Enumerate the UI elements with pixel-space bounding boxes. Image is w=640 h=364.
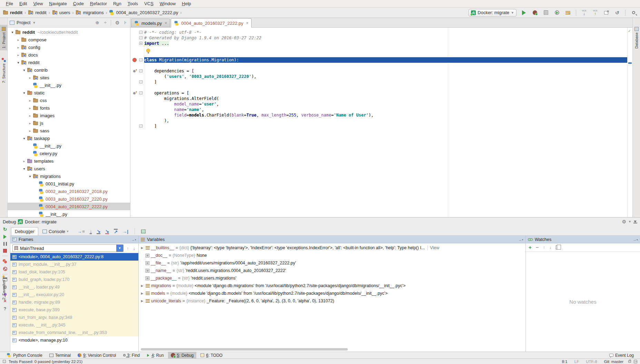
view-link[interactable]: View (427, 245, 439, 250)
chevron-collapsed-icon[interactable]: ▸ (16, 38, 21, 42)
fold-collapse-icon[interactable]: - (139, 36, 142, 39)
fold-collapse-icon[interactable]: - (139, 69, 142, 72)
tool-window-button-find[interactable]: 3: Find (120, 352, 143, 359)
tree-item-0003-auto-20160327-2220-py[interactable]: 0003_auto_20160327_2220.py (8, 195, 130, 203)
previous-frame-button[interactable]: ↑ (126, 246, 130, 251)
tree-item-reddit[interactable]: ▾reddit~/cookiecutter/reddit (8, 28, 130, 36)
code-line[interactable]: -class Migration(migrations.Migration): (130, 57, 632, 63)
frame-row[interactable]: load_disk, loader.py:105 (10, 268, 138, 276)
intention-bulb-icon[interactable] (146, 49, 150, 52)
tool-window-button-version-control[interactable]: 9: Version Control (75, 352, 119, 359)
tree-item-0004-auto-20160327-2222-py[interactable]: 0004_auto_20160327_2222.py (8, 203, 130, 210)
resume-button[interactable] (3, 235, 7, 239)
variable-row[interactable]: ▶models = {module}<module 'django.db.mod… (139, 290, 525, 297)
thread-select-arrow[interactable]: ▼ (116, 244, 123, 252)
step-into-button[interactable]: ↘ (97, 229, 100, 234)
breadcrumb-item[interactable]: reddit (28, 10, 47, 15)
hector-icon[interactable] (634, 360, 637, 363)
fold-collapse-icon[interactable]: - (139, 58, 142, 61)
tree-item-sites[interactable]: ▸sites (8, 74, 130, 81)
chevron-collapsed-icon[interactable]: ▸ (27, 114, 33, 118)
code-line[interactable]: -# -*- coding: utf-8 -*- (130, 30, 632, 35)
code-line[interactable]: field=models.CharField(blank=True, max_l… (130, 112, 632, 118)
tool-tab-structure[interactable]: 7: Structure (0, 56, 8, 85)
encoding-widget[interactable]: UTF-8 (584, 360, 599, 364)
coverage-button[interactable] (542, 9, 550, 17)
fold-collapse-icon[interactable]: - (139, 31, 142, 34)
override-marker-icon[interactable] (133, 69, 137, 73)
tree-item-docs[interactable]: ▸docs (8, 51, 130, 59)
frame-row[interactable]: __init__, executor.py:20 (10, 291, 138, 299)
breadcrumb-item[interactable]: 0004_auto_20160327_2222.py (109, 10, 178, 15)
fold-collapse-icon[interactable]: - (139, 124, 142, 128)
frame-row[interactable]: <module>, manage.py:10 (10, 336, 138, 344)
run-to-cursor-button[interactable]: →| (122, 229, 128, 234)
frame-row[interactable]: run_from_argv, base.py:348 (10, 314, 138, 321)
tree-item-js[interactable]: ▸js (8, 119, 130, 127)
caret-position-widget[interactable]: 8:1 (560, 360, 570, 364)
menu-item-file[interactable]: File (3, 1, 16, 6)
debug-button[interactable] (531, 9, 539, 17)
chevron-collapsed-icon[interactable]: ▸ (16, 46, 21, 49)
chevron-collapsed-icon[interactable]: ▸ (27, 76, 33, 80)
move-watch-up-button[interactable]: ↑ (543, 245, 545, 250)
chevron-collapsed-icon[interactable]: ▶ (140, 299, 144, 303)
fold-collapse-icon[interactable]: - (139, 91, 142, 94)
hide-variables-icon[interactable]: →▪ (518, 237, 523, 242)
tree-item-0001-initial-py[interactable]: 0001_initial.py (8, 180, 130, 188)
tree-item-images[interactable]: ▸images (8, 112, 130, 119)
menu-item-code[interactable]: Code (70, 1, 87, 6)
line-separator-widget[interactable]: LF (572, 360, 581, 364)
add-watch-button[interactable]: + (529, 244, 532, 250)
hide-watches-icon[interactable]: →▪ (633, 237, 638, 242)
chevron-expanded-icon[interactable]: ▾ (21, 136, 27, 140)
debug-tab-debugger[interactable]: Debugger (11, 227, 38, 235)
view-breakpoints-button[interactable] (3, 259, 7, 264)
chevron-expanded-icon[interactable]: ▾ (10, 30, 15, 34)
profile-button[interactable] (553, 9, 561, 17)
code-line[interactable]: - operations = [ (130, 90, 632, 96)
chevron-expanded-icon[interactable]: ▾ (21, 68, 27, 72)
revert-button[interactable]: ↻ (613, 9, 621, 17)
run-button[interactable] (520, 9, 528, 17)
debug-tab-console[interactable]: Console▾ (39, 227, 72, 235)
tree-item-sass[interactable]: ▸sass (8, 127, 130, 134)
mute-breakpoints-button[interactable] (3, 267, 7, 271)
chevron-expanded-icon[interactable]: ▾ (16, 61, 21, 64)
menu-item-tools[interactable]: Tools (125, 1, 141, 6)
code-line[interactable]: ('users', '0003_auto_20160327_2220'), (130, 74, 632, 79)
frame-row[interactable]: execute_from_command_line, __init__.py:3… (10, 329, 138, 336)
frame-row[interactable]: handle, migrate.py:89 (10, 299, 138, 306)
code-line[interactable]: model_name='user', (130, 101, 632, 107)
horizontal-scrollbar[interactable] (141, 348, 348, 351)
frame-row[interactable]: import_module, __init__.py:37 (10, 261, 138, 268)
rerun-button[interactable]: ↻ (3, 227, 7, 232)
breadcrumb-item[interactable]: users (52, 10, 70, 15)
tree-item-static[interactable]: ▾static (8, 89, 130, 97)
breadcrumb-item[interactable]: reddit (3, 10, 22, 15)
code-line[interactable] (130, 85, 632, 90)
tool-window-button-run[interactable]: 4: Run (144, 352, 166, 359)
vcs-commit-button[interactable]: VCS↑ (591, 9, 599, 17)
show-execution-point-button[interactable]: → (77, 229, 85, 234)
tree-item-css[interactable]: ▸css (8, 97, 130, 104)
chevron-collapsed-icon[interactable]: ▸ (21, 159, 27, 163)
chevron-collapsed-icon[interactable]: ▸ (16, 53, 21, 57)
code-line[interactable] (130, 63, 632, 68)
git-branch-widget[interactable]: Git: master (602, 360, 626, 364)
tool-window-button-python-console[interactable]: Python Console (3, 352, 45, 359)
menu-item-window[interactable]: Window (157, 1, 179, 6)
close-icon[interactable]: × (246, 21, 248, 26)
tree-item-celery-py[interactable]: celery.py (8, 150, 130, 157)
code-line[interactable]: -# Generated by Django 1.9.4 on 2016-03-… (130, 35, 632, 41)
code-line[interactable]: name='name', (130, 107, 632, 112)
tree-item-users[interactable]: ▾users (8, 165, 130, 172)
move-watch-down-button[interactable]: ↓ (549, 245, 552, 250)
variable-row[interactable]: __name__ = {str}'reddit.users.migrations… (139, 267, 525, 274)
frame-row[interactable]: <module>, 0004_auto_20160327_2222.py:8 (10, 253, 138, 261)
frame-row[interactable]: execute, __init__.py:345 (10, 321, 138, 329)
tree-item-taskapp[interactable]: ▾taskapp (8, 134, 130, 142)
tree-item-0002-auto-20160327-2018-py[interactable]: 0002_auto_20160327_2018.py (8, 188, 130, 195)
tree-item-templates[interactable]: ▸templates (8, 157, 130, 165)
editor-error-stripe[interactable]: ✓ (627, 28, 632, 217)
